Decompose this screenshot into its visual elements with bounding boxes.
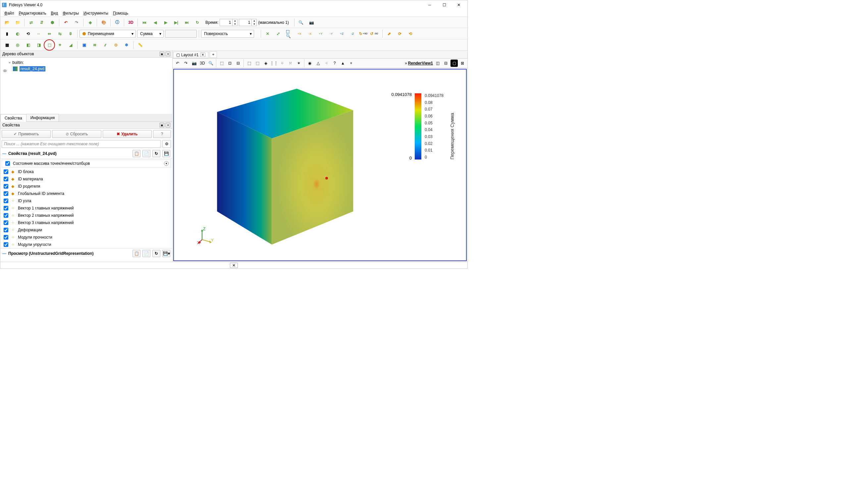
axis-minus-z-icon[interactable]: -Z: [348, 29, 357, 38]
hover-icon[interactable]: ◉: [306, 59, 313, 67]
cube-tool-icon[interactable]: ◈: [85, 18, 95, 27]
axis-plus-x-icon[interactable]: +X: [295, 29, 304, 38]
3d-toggle[interactable]: 3D: [199, 59, 206, 67]
undo-icon[interactable]: ↶: [61, 18, 71, 27]
triangle2-icon[interactable]: ▲: [339, 59, 346, 67]
ruler-icon[interactable]: 📏: [136, 40, 145, 50]
save-state-icon[interactable]: 💾: [162, 150, 170, 157]
zoom-tool-icon[interactable]: 🔍: [296, 18, 306, 27]
pick-3-icon[interactable]: ◈: [262, 59, 269, 67]
scale-time-icon[interactable]: ⤋: [66, 29, 75, 38]
menu-file[interactable]: Файл: [2, 10, 16, 16]
array-checkbox[interactable]: [4, 228, 8, 232]
minimize-button[interactable]: ─: [422, 0, 437, 10]
pick-2-icon[interactable]: ⬚: [254, 59, 261, 67]
rescale-icon[interactable]: ⟲: [23, 29, 33, 38]
calculator-icon[interactable]: ▦: [2, 40, 12, 50]
section-properties-header[interactable]: — Свойства (result_24.pvd) 📋 📄 ↻ 💾: [0, 149, 172, 159]
screenshot-icon[interactable]: 📷: [307, 18, 316, 27]
colorbar-toggle-icon[interactable]: ▮: [2, 29, 12, 38]
dropdown-icon[interactable]: ▾: [164, 161, 169, 166]
add-icon[interactable]: +: [347, 59, 355, 67]
advanced-toggle-icon[interactable]: ⚙: [162, 140, 171, 148]
slice-icon[interactable]: ◨: [34, 40, 44, 50]
array-checkbox[interactable]: [4, 184, 8, 188]
select-point-icon[interactable]: ⊡: [226, 59, 233, 67]
vcr-first-icon[interactable]: ⏮: [140, 18, 149, 27]
dock-float-icon[interactable]: ▣: [160, 52, 164, 56]
status-close-icon[interactable]: ✕: [230, 263, 238, 268]
array-header-checkbox[interactable]: [5, 161, 10, 166]
array-row[interactable]: ⁘Вектор 2 главных напряжений: [0, 212, 172, 219]
threshold-icon[interactable]: ⬚: [45, 40, 54, 50]
stream-icon[interactable]: ⫽: [101, 40, 110, 50]
time-step-spinner[interactable]: 1▲▼: [239, 19, 257, 26]
spin-cw-icon[interactable]: ⟳: [395, 29, 404, 38]
menu-filters[interactable]: Фильтры: [60, 10, 81, 16]
array-row[interactable]: ◆ID блока: [0, 168, 172, 175]
array-checkbox[interactable]: [4, 199, 8, 203]
props-close-icon[interactable]: ✕: [166, 123, 170, 127]
pick-1-icon[interactable]: ⬚: [245, 59, 253, 67]
tree-item-result[interactable]: result_24.pvd: [1, 66, 172, 72]
glyph-icon[interactable]: ✦: [55, 40, 65, 50]
time-value-spinner[interactable]: 1▲▼: [220, 19, 238, 26]
palette-icon[interactable]: 🎨: [99, 18, 108, 27]
vcr-last-icon[interactable]: ⏭: [182, 18, 191, 27]
axis-minus-x-icon[interactable]: -X: [306, 29, 315, 38]
vcr-play-icon[interactable]: ▶: [161, 18, 170, 27]
array-checkbox[interactable]: [4, 191, 8, 196]
pipeline-tree[interactable]: ▫ builtin: result_24.pvd: [0, 58, 172, 114]
maximize-button[interactable]: ☐: [437, 0, 451, 10]
view-tool-icon[interactable]: ⬈: [385, 29, 394, 38]
copy-icon[interactable]: 📋: [133, 150, 140, 157]
zoom-box-icon[interactable]: ⬚🔍: [284, 29, 294, 38]
pick-6-icon[interactable]: ⁙: [287, 59, 294, 67]
info-icon[interactable]: ⓘ: [113, 18, 122, 27]
layout-tab-1[interactable]: ▢ Layout #1 ✕: [173, 52, 208, 58]
menu-edit[interactable]: Редактировать: [17, 10, 48, 16]
probe-icon[interactable]: ⊙: [111, 40, 121, 50]
array-row[interactable]: ⁘Вектор 1 главных напряжений: [0, 204, 172, 212]
spin-ccw-icon[interactable]: ⟲: [406, 29, 415, 38]
layout-add-button[interactable]: +: [210, 51, 217, 58]
color-editor-icon[interactable]: ◐: [13, 29, 22, 38]
render-back-icon[interactable]: ↶: [174, 59, 181, 67]
pick-5-icon[interactable]: ⁘: [279, 59, 286, 67]
apply-button[interactable]: ✔Применить: [2, 130, 51, 138]
array-row[interactable]: ◆ID родителя: [0, 183, 172, 190]
pick-4-icon[interactable]: ⋮⋮: [270, 59, 278, 67]
plot-time-icon[interactable]: ≋: [90, 40, 99, 50]
axis-plus-y-icon[interactable]: +Y: [316, 29, 325, 38]
render-view[interactable]: Z Y X 0.0941078 0 0.09410780.080.070.060…: [173, 69, 467, 261]
array-checkbox[interactable]: [4, 177, 8, 181]
connect-icon[interactable]: ⇄: [27, 18, 36, 27]
array-row[interactable]: ⁘Деформации: [0, 226, 172, 234]
array-row[interactable]: ⁘ID узла: [0, 197, 172, 204]
close-button[interactable]: ✕: [451, 0, 466, 10]
extract-icon[interactable]: ▣: [80, 40, 89, 50]
array-checkbox[interactable]: [4, 235, 8, 239]
help-button[interactable]: ?: [153, 130, 171, 138]
array-checkbox[interactable]: [4, 220, 8, 225]
reload2-icon[interactable]: ↻: [152, 250, 160, 257]
delete-button[interactable]: ✖Удалить: [103, 130, 152, 138]
open-icon[interactable]: 📂: [2, 18, 12, 27]
menu-view[interactable]: Вид: [49, 10, 60, 16]
maximize-view-icon[interactable]: ▢: [450, 59, 458, 67]
render-fwd-icon[interactable]: ↷: [182, 59, 189, 67]
section-display-header[interactable]: — Просмотр (UnstructuredGridRepresentati…: [0, 248, 172, 258]
menu-help[interactable]: Помощь: [111, 10, 130, 16]
vcr-fwd-icon[interactable]: ▶|: [172, 18, 181, 27]
zoom-icon[interactable]: 🔍: [207, 59, 214, 67]
array-row[interactable]: ⁘Модули прочности: [0, 234, 172, 241]
vcr-back-icon[interactable]: ◀: [150, 18, 160, 27]
array-header-row[interactable]: Состояние массива точек/ячеек/столбцов ▾: [2, 160, 171, 167]
axis-minus-y-icon[interactable]: -Y: [327, 29, 336, 38]
array-row[interactable]: ⁘Вектор 3 главных напряжений: [0, 219, 172, 226]
paste-icon[interactable]: 📄: [142, 150, 150, 157]
representation-dropdown[interactable]: Поверхность▾: [201, 30, 254, 38]
axis-plus-z-icon[interactable]: +Z: [337, 29, 346, 38]
3d-icon[interactable]: 3D: [126, 18, 136, 27]
vcr-loop-icon[interactable]: ↻: [193, 18, 202, 27]
